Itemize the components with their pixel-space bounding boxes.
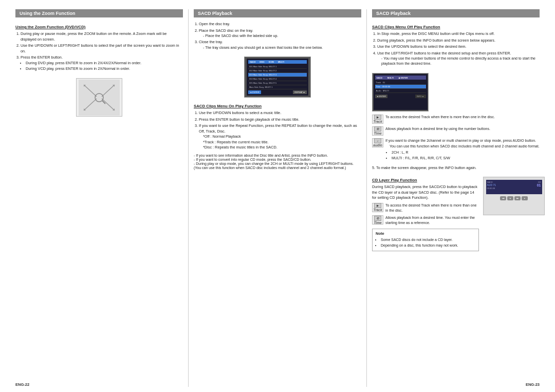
cd-btn-play: ▶ <box>507 196 513 200</box>
column-1: Using the Zoom Function Using the Zoom F… <box>10 9 189 387</box>
col3-offplay-3: Use the UP/DOWN buttons to select the de… <box>377 44 540 50</box>
cd-btn-stop: ■ <box>522 196 528 200</box>
col3-step5-wrapper: 5. To make the screen disappear, press t… <box>372 165 540 172</box>
menu-row-1: 001 Main Side Story: MULTI 1 <box>248 65 307 69</box>
repeat-item-2: *Disc : Repeats the music titles in the … <box>203 145 361 151</box>
time-icon-text: Allows playback from a desired time by u… <box>385 126 540 132</box>
col1-step2: Use the UP/DOWN or LEFT/RIGHT buttons to… <box>21 43 183 54</box>
col1-steps-list: During play or pause mode, press the ZOO… <box>15 31 183 73</box>
extra-1: - If you want to convert into regular CD… <box>194 158 361 161</box>
col2-step3-sub: - The tray closes and you should get a s… <box>199 45 361 50</box>
col2-onplay-1: Use the UP/DOWN buttons to select a musi… <box>199 110 361 116</box>
footer-right: ENG-23 <box>526 382 540 387</box>
sacd-menu-image: SACD DISC ICON MULTI 001 Main Side Story… <box>244 57 311 98</box>
sacd-clips-image: SACD MULTI ▶ ENTER Track 01 Time 00:00:0… <box>372 73 429 111</box>
col2-sub2: SACD Clips Menu On Play Function <box>194 104 361 108</box>
col2-onplay-2: Press the ENTER button to begin playback… <box>199 117 361 123</box>
col3-offplay-2: During playback, press the INFO button a… <box>377 38 540 44</box>
col3-sub2: CD Layer Play Function <box>372 178 479 182</box>
sacd-clips-inner: SACD MULTI ▶ ENTER Track 01 Time 00:00:0… <box>374 74 428 110</box>
col1-step3-bullets: During DVD play, press ENTER to zoom in … <box>21 61 183 72</box>
col1-sub1: Using the Zoom Function (DVD/VCD) <box>15 25 183 29</box>
cd-player-image: SACDCD AUD 71 01 00:00:38 ◀◀ <box>483 177 545 215</box>
column-3: SACD Playback SACD Clips Menu Off Play F… <box>367 9 545 387</box>
cd-layer-text: During SACD playback, press the SACD/CD … <box>372 184 479 201</box>
footer-left: ENG-22 <box>15 382 29 387</box>
cd-image-inner: SACDCD AUD 71 01 00:00:38 ◀◀ <box>485 178 544 214</box>
column-2: SACD Playback Open the disc tray. Place … <box>189 9 367 387</box>
col1-step3: Press the ENTER button. During DVD play,… <box>21 55 183 72</box>
cd-btn-prev: ◀◀ <box>500 196 506 200</box>
cd-time-icon-row: ⏱ Time Allows playback from a desired ti… <box>372 215 479 226</box>
audio-icon: ♪ audio <box>372 138 383 147</box>
time-icon: ⏱ Time <box>372 126 383 136</box>
cd-layer-left: CD Layer Play Function During SACD playb… <box>372 175 479 251</box>
col1-bullet-1: During DVD play, press ENTER to zoom in … <box>26 61 183 66</box>
cd-time-icon: ⏱ Time <box>372 215 383 225</box>
clips-bar: SACD MULTI ▶ ENTER <box>375 76 426 80</box>
cd-track-icon: ▶ Track <box>372 203 383 212</box>
track-icon: ▶ Track <box>372 115 383 124</box>
col3-sub1: SACD Clips Menu Off Play Function <box>372 25 540 29</box>
note-section: Note Some SACD discs do not include a CD… <box>372 229 479 251</box>
zoom-image <box>76 78 122 117</box>
col2-open-steps: Open the disc tray. Place the SACD disc … <box>194 22 361 51</box>
audio-items-list: 2CH : L, R MULTI : F/L, F/R, R/L, R/R, C… <box>385 150 540 161</box>
col3-step5: 5. To make the screen disappear, press t… <box>372 165 540 171</box>
col1-bullet-2: During VCD play, press ENTER to zoom in … <box>26 66 183 72</box>
col3-header: SACD Playback <box>372 9 540 17</box>
note-header: Note <box>376 231 475 236</box>
col2-step3: Close the tray. - The tray closes and yo… <box>199 40 361 50</box>
cd-buttons: ◀◀ ▶ ▶▶ ■ <box>486 196 542 200</box>
repeat-item-1: *Track : Repeats the current music title… <box>203 140 361 145</box>
extra-3: (You can use this function when SACD dis… <box>194 166 361 170</box>
audio-icon-row: ♪ audio If you want to change the 2chann… <box>372 138 540 162</box>
col2-step2: Place the SACD disc on the tray. - Place… <box>199 28 361 39</box>
col2-onplay-steps: Use the UP/DOWN buttons to select a musi… <box>194 110 361 152</box>
footer: ENG-22 ENG-23 <box>0 382 555 387</box>
note-item-1: Depending on a disc, this function may n… <box>381 243 475 248</box>
note-item-0: Some SACD discs do not include a CD laye… <box>381 237 475 242</box>
col2-step2-sub: - Place the SACD disc with the labeled s… <box>199 33 361 39</box>
col1-header: Using the Zoom Function <box>15 9 183 17</box>
page-container: Using the Zoom Function Using the Zoom F… <box>0 0 555 392</box>
cd-track-icon-text: To access the desired Track when there i… <box>385 203 479 213</box>
menu-row-4: 004 Main Side Story: MULTI 4 <box>248 77 307 81</box>
time-icon-row: ⏱ Time Allows playback from a desired ti… <box>372 126 540 136</box>
menu-row-2: 002 Main Side Story: MULTI 2 <box>248 69 307 73</box>
col1-step1: During play or pause mode, press the ZOO… <box>21 31 183 42</box>
col3-step4-sub: - You may use the number buttons of the … <box>377 56 540 66</box>
cd-time-icon-text: Allows playback from a desired time. You… <box>385 215 479 226</box>
sacd-menu-bar: SACD DISC ICON MULTI <box>248 60 307 64</box>
cd-track-icon-row: ▶ Track To access the desired Track when… <box>372 203 479 213</box>
col2-onplay-3: If you want to use the Repeat Function, … <box>199 123 361 151</box>
repeat-item-0: *Off : Normal Playback <box>203 134 361 140</box>
cd-layer-section: CD Layer Play Function During SACD playb… <box>372 175 540 251</box>
col3-offplay-1: In Stop mode, press the DISC MENU button… <box>377 31 540 37</box>
cd-image-wrapper: SACDCD AUD 71 01 00:00:38 ◀◀ <box>483 175 540 251</box>
note-list: Some SACD discs do not include a CD laye… <box>376 237 475 248</box>
audio-item-0: 2CH : L, R <box>392 150 540 155</box>
clips-row-1: Track 01 <box>375 81 426 85</box>
col2-step1: Open the disc tray. <box>199 22 361 27</box>
track-icon-text: To access the desired Track when there i… <box>385 115 540 120</box>
col3-offplay-4: Use the LEFT/RIGHT buttons to make the d… <box>377 51 540 67</box>
audio-item-1: MULTI : F/L, F/R, R/L, R/R, C/T, S/W <box>392 156 540 161</box>
cd-screen: SACDCD AUD 71 01 00:00:38 <box>486 180 542 194</box>
sacd-menu-inner: SACD DISC ICON MULTI 001 Main Side Story… <box>247 59 308 96</box>
col2-header: SACD Playback <box>194 9 361 17</box>
extra-2: - During play or stop mode, you can chan… <box>194 162 361 165</box>
col2-extra: - If you want to see information about t… <box>194 154 361 170</box>
clips-row-2: Time 00:00:00 <box>375 85 426 89</box>
audio-sub: You can use this function when SACD disc… <box>385 144 540 149</box>
extra-0: - If you want to see information about t… <box>194 154 361 157</box>
menu-row-6: Main Side Story: MULTI 1 <box>248 85 307 89</box>
track-icon-row: ▶ Track To access the desired Track when… <box>372 115 540 124</box>
cd-btn-next: ▶▶ <box>514 196 521 200</box>
audio-icon-text: If you want to change the 2channel or mu… <box>385 138 540 143</box>
clips-row-3: Audio MULTI <box>375 89 426 93</box>
col3-offplay-steps: In Stop mode, press the DISC MENU button… <box>372 31 540 68</box>
menu-row-3: 003 Main Side Story: MULTI 3 <box>248 73 307 77</box>
menu-row-5: 005 Main Side Story: MULTI 5 <box>248 81 307 85</box>
